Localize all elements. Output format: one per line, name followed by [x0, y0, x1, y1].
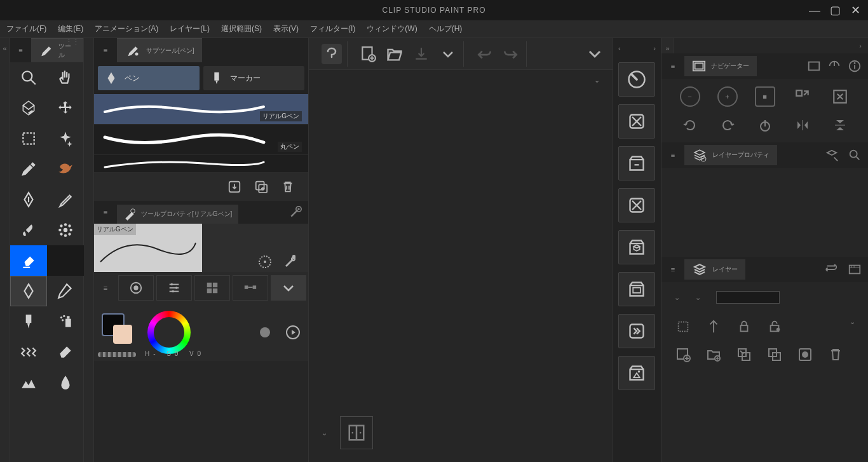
background-color[interactable] — [113, 325, 132, 344]
tool-airbrush[interactable] — [10, 306, 47, 337]
menu-filter[interactable]: フィルター(I) — [310, 24, 355, 34]
tool-milli-pen[interactable] — [10, 276, 47, 306]
layereffect-icon[interactable] — [825, 148, 839, 162]
tool-selection[interactable] — [10, 123, 47, 154]
color-sliders-button[interactable] — [156, 275, 192, 301]
color-intermediate-button[interactable] — [233, 275, 268, 301]
tool-move[interactable] — [47, 93, 84, 123]
color-square[interactable] — [161, 325, 177, 340]
rotate-ccw-button[interactable] — [680, 115, 700, 135]
wrench-icon[interactable] — [283, 254, 298, 269]
dock-material2-button[interactable] — [618, 146, 655, 180]
canvas-collapse-toggle[interactable]: ⌄ — [309, 70, 613, 91]
history-tab-icon[interactable] — [824, 262, 839, 276]
layerprop-menu[interactable]: ≡ — [661, 151, 684, 159]
merge-down-button[interactable] — [766, 346, 783, 363]
tool-panel-menu[interactable]: ≡ — [10, 38, 31, 62]
animation-tab-icon[interactable] — [848, 262, 862, 276]
subtool-panel-tab[interactable]: サブツール[ペン] — [117, 38, 202, 62]
search-layer-icon[interactable] — [848, 148, 862, 162]
save-button[interactable] — [411, 44, 431, 64]
duplicate-subtool-button[interactable] — [254, 179, 269, 194]
menu-view[interactable]: 表示(V) — [273, 24, 299, 34]
transfer-down-button[interactable] — [735, 346, 753, 363]
tool-pattern[interactable] — [10, 337, 47, 367]
menu-layer[interactable]: レイヤー(L) — [170, 24, 210, 34]
open-file-button[interactable] — [384, 44, 405, 64]
nav-menu[interactable]: ≡ — [661, 62, 684, 70]
tool-zoom[interactable] — [10, 62, 47, 93]
tool-spray[interactable] — [47, 306, 84, 337]
right-arrow-far[interactable]: › — [674, 38, 868, 53]
tool-prop-tab2[interactable] — [283, 206, 308, 219]
clip-mask-icon[interactable] — [705, 318, 722, 336]
tool-wand[interactable] — [47, 123, 84, 154]
new-folder-button[interactable] — [705, 346, 722, 363]
brush-size-dial-icon[interactable] — [257, 254, 273, 269]
flip-h-button[interactable] — [792, 115, 813, 135]
play-icon[interactable] — [285, 325, 301, 340]
dock-material1-button[interactable] — [618, 104, 655, 139]
tool-bird[interactable] — [47, 154, 84, 184]
new-layer-button[interactable] — [674, 346, 692, 363]
dock-quickaccess-button[interactable] — [618, 62, 655, 97]
tool-eyedropper[interactable] — [10, 154, 47, 184]
download-subtool-button[interactable] — [227, 179, 242, 194]
zoom-in-button[interactable]: + — [717, 86, 738, 107]
opacity-dropdown[interactable]: ⌄ — [695, 294, 701, 302]
minimize-button[interactable]: — — [807, 3, 822, 18]
dock-material-manga-button[interactable] — [618, 272, 655, 306]
layer-property-tab[interactable]: レイヤープロパティ — [684, 145, 777, 165]
navigator-tab[interactable]: ナビゲーター — [684, 56, 757, 76]
dock-left-arrow[interactable]: ‹ — [618, 44, 621, 52]
tool-hand[interactable] — [47, 62, 84, 93]
tool-eraser-selected[interactable] — [10, 245, 47, 276]
zoom-100-button[interactable] — [792, 86, 813, 107]
layer-row-dropdown[interactable]: ⌄ — [850, 318, 855, 336]
blend-mode-dropdown[interactable]: ⌄ — [674, 294, 680, 302]
tool-pencil[interactable] — [47, 184, 84, 215]
lock-icon[interactable] — [735, 318, 753, 336]
redo-button[interactable] — [501, 44, 521, 64]
tool-eraser2[interactable] — [47, 337, 84, 367]
layer-tab[interactable]: レイヤー — [684, 259, 745, 280]
brush-item-3[interactable] — [94, 155, 308, 173]
flip-v-button[interactable] — [830, 115, 850, 135]
lock-transparent-icon[interactable] — [674, 318, 692, 336]
tool-prop-tab[interactable]: ツールプロパティ[リアルGペン] — [117, 205, 238, 224]
tool-brush[interactable] — [10, 215, 47, 245]
clip-studio-button[interactable] — [322, 44, 342, 64]
color-history-icon[interactable] — [257, 325, 273, 340]
right-expand[interactable]: » — [661, 38, 674, 53]
opacity-input[interactable] — [716, 291, 780, 304]
subtool-expand[interactable]: «» — [84, 38, 94, 462]
tool-dot-pen[interactable] — [47, 276, 84, 306]
maximize-button[interactable]: ▢ — [827, 3, 843, 18]
subtool-panel-menu[interactable]: ≡ — [94, 38, 117, 62]
delete-layer-button[interactable] — [827, 346, 844, 363]
subview-icon[interactable] — [807, 59, 821, 73]
brush-maru-pen[interactable]: 丸ペン — [94, 125, 308, 155]
reference-icon[interactable] — [766, 318, 783, 336]
rotate-cw-button[interactable] — [717, 115, 738, 135]
menu-selection[interactable]: 選択範囲(S) — [221, 24, 262, 34]
delete-subtool-button[interactable] — [280, 179, 295, 194]
tool-prop-menu[interactable]: ≡ — [94, 208, 117, 216]
brush-real-g-pen[interactable]: リアルGペン — [94, 94, 308, 125]
tool-mountain[interactable] — [10, 367, 47, 398]
undo-button[interactable] — [474, 44, 494, 64]
menu-edit[interactable]: 編集(E) — [58, 24, 83, 34]
page-navigator[interactable] — [340, 416, 373, 449]
color-set-circle-button[interactable] — [118, 275, 154, 301]
itemview-icon[interactable] — [827, 59, 841, 73]
tool-blur[interactable] — [47, 367, 84, 398]
new-file-button[interactable] — [358, 44, 378, 64]
zoom-out-button[interactable]: − — [680, 86, 700, 107]
info-icon[interactable] — [848, 59, 862, 73]
left-expand[interactable]: « — [0, 38, 10, 462]
menu-help[interactable]: ヘルプ(H) — [429, 24, 463, 34]
toolbar-dropdown[interactable] — [585, 44, 605, 64]
color-wheel[interactable] — [147, 311, 191, 354]
save-dropdown[interactable] — [438, 44, 458, 64]
dock-history-button[interactable] — [618, 356, 655, 390]
